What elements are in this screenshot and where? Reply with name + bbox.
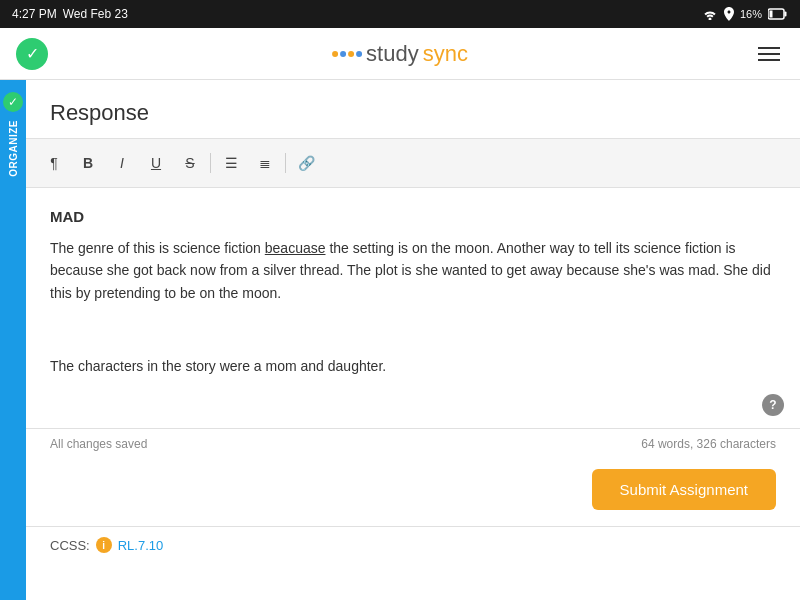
page-title-area: Response <box>26 80 800 139</box>
editor-toolbar: ¶ B I U S ☰ ≣ 🔗 <box>26 139 800 188</box>
sidebar: ✓ Organize <box>0 80 26 600</box>
sidebar-organize-tab[interactable]: Organize <box>8 120 19 177</box>
editor-heading: MAD <box>50 208 776 225</box>
location-icon <box>724 7 734 21</box>
page-title: Response <box>50 100 776 126</box>
date: Wed Feb 23 <box>63 7 128 21</box>
logo-dot-blue2 <box>356 51 362 57</box>
toolbar-italic-btn[interactable]: I <box>106 147 138 179</box>
toolbar-underline-btn[interactable]: U <box>140 147 172 179</box>
word-count: 64 words, 326 characters <box>641 437 776 451</box>
toolbar-divider-2 <box>285 153 286 173</box>
submit-area: Submit Assignment <box>26 459 800 526</box>
help-icon[interactable]: ? <box>762 394 784 416</box>
battery-percent: 16% <box>740 8 762 20</box>
logo-dot-yellow <box>332 51 338 57</box>
underlined-word: beacuase <box>265 240 326 256</box>
bottom-bar: All changes saved 64 words, 326 characte… <box>26 428 800 459</box>
header: ✓ studysync <box>0 28 800 80</box>
editor-paragraph-1: The genre of this is science fiction bea… <box>50 237 776 304</box>
editor-area[interactable]: MAD The genre of this is science fiction… <box>26 188 800 428</box>
submit-assignment-button[interactable]: Submit Assignment <box>592 469 776 510</box>
content-area: Response ¶ B I U S ☰ ≣ <box>26 80 800 600</box>
status-bar-left: 4:27 PM Wed Feb 23 <box>12 7 128 21</box>
sidebar-check-icon[interactable]: ✓ <box>3 92 23 112</box>
logo-dot-blue <box>340 51 346 57</box>
header-logo: studysync <box>332 41 468 67</box>
wifi-icon <box>702 8 718 20</box>
save-status: All changes saved <box>50 437 147 451</box>
status-bar: 4:27 PM Wed Feb 23 16% <box>0 0 800 28</box>
logo-sync-text: sync <box>423 41 468 67</box>
svg-rect-1 <box>770 11 773 18</box>
logo-dots <box>332 51 362 57</box>
svg-rect-2 <box>785 12 787 17</box>
toolbar-list-ul-btn[interactable]: ☰ <box>215 147 247 179</box>
status-bar-right: 16% <box>702 7 788 21</box>
toolbar-bold-btn[interactable]: B <box>72 147 104 179</box>
ccss-bar: CCSS: i RL.7.10 <box>26 526 800 563</box>
hamburger-menu[interactable] <box>754 43 784 65</box>
toolbar-paragraph-btn[interactable]: ¶ <box>38 147 70 179</box>
ccss-badge: i <box>96 537 112 553</box>
logo-study-text: study <box>366 41 419 67</box>
main-layout: ✓ Organize Response ¶ B I U S <box>0 80 800 600</box>
ccss-link[interactable]: RL.7.10 <box>118 538 164 553</box>
battery-icon <box>768 8 788 20</box>
editor-paragraph-3: The characters in the story were a mom a… <box>50 355 776 377</box>
toolbar-divider-1 <box>210 153 211 173</box>
header-check-icon[interactable]: ✓ <box>16 38 48 70</box>
toolbar-link-btn[interactable]: 🔗 <box>290 147 322 179</box>
editor-body[interactable]: The genre of this is science fiction bea… <box>50 237 776 377</box>
toolbar-strikethrough-btn[interactable]: S <box>174 147 206 179</box>
toolbar-list-ol-btn[interactable]: ≣ <box>249 147 281 179</box>
time: 4:27 PM <box>12 7 57 21</box>
logo-dot-yellow2 <box>348 51 354 57</box>
ccss-label: CCSS: <box>50 538 90 553</box>
editor-paragraph-2 <box>50 318 776 340</box>
